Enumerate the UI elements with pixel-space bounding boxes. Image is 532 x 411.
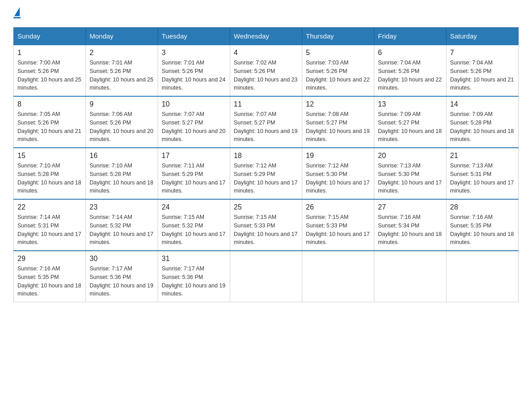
calendar-cell: 9Sunrise: 7:06 AMSunset: 5:26 PMDaylight…	[86, 96, 158, 148]
day-number: 28	[450, 203, 515, 211]
day-info: Sunrise: 7:14 AMSunset: 5:31 PMDaylight:…	[17, 213, 82, 247]
day-info: Sunrise: 7:01 AMSunset: 5:26 PMDaylight:…	[162, 59, 226, 92]
day-number: 17	[162, 152, 226, 160]
day-number: 13	[378, 100, 442, 108]
header-saturday: Saturday	[446, 28, 519, 45]
calendar-cell: 18Sunrise: 7:12 AMSunset: 5:29 PMDayligh…	[230, 148, 302, 199]
day-number: 23	[90, 203, 154, 211]
logo-underline	[13, 17, 21, 18]
day-info: Sunrise: 7:16 AMSunset: 5:35 PMDaylight:…	[17, 265, 82, 298]
day-number: 14	[450, 100, 515, 108]
day-number: 24	[162, 203, 226, 211]
day-number: 11	[234, 100, 298, 108]
day-info: Sunrise: 7:17 AMSunset: 5:36 PMDaylight:…	[90, 265, 154, 298]
day-number: 31	[162, 255, 226, 263]
day-number: 16	[90, 152, 154, 160]
calendar-cell: 11Sunrise: 7:07 AMSunset: 5:27 PMDayligh…	[230, 96, 302, 148]
calendar-cell	[230, 251, 302, 302]
week-row-1: 1Sunrise: 7:00 AMSunset: 5:26 PMDaylight…	[14, 45, 519, 96]
day-number: 7	[450, 49, 515, 57]
calendar-cell: 26Sunrise: 7:15 AMSunset: 5:33 PMDayligh…	[302, 199, 374, 251]
day-number: 8	[17, 100, 82, 108]
day-info: Sunrise: 7:07 AMSunset: 5:27 PMDaylight:…	[234, 110, 298, 144]
calendar-cell: 28Sunrise: 7:16 AMSunset: 5:35 PMDayligh…	[446, 199, 519, 251]
calendar-cell: 2Sunrise: 7:01 AMSunset: 5:26 PMDaylight…	[86, 45, 158, 96]
calendar-cell: 29Sunrise: 7:16 AMSunset: 5:35 PMDayligh…	[14, 251, 86, 302]
calendar-cell: 4Sunrise: 7:02 AMSunset: 5:26 PMDaylight…	[230, 45, 302, 96]
day-info: Sunrise: 7:12 AMSunset: 5:30 PMDaylight:…	[306, 162, 370, 195]
day-info: Sunrise: 7:16 AMSunset: 5:35 PMDaylight:…	[450, 213, 515, 247]
week-row-5: 29Sunrise: 7:16 AMSunset: 5:35 PMDayligh…	[14, 251, 519, 302]
week-row-2: 8Sunrise: 7:05 AMSunset: 5:26 PMDaylight…	[14, 96, 519, 148]
day-info: Sunrise: 7:04 AMSunset: 5:26 PMDaylight:…	[450, 59, 515, 92]
day-info: Sunrise: 7:15 AMSunset: 5:32 PMDaylight:…	[162, 213, 226, 247]
day-info: Sunrise: 7:17 AMSunset: 5:36 PMDaylight:…	[162, 265, 226, 298]
calendar-cell: 5Sunrise: 7:03 AMSunset: 5:26 PMDaylight…	[302, 45, 374, 96]
day-info: Sunrise: 7:00 AMSunset: 5:26 PMDaylight:…	[17, 59, 82, 92]
calendar-cell: 22Sunrise: 7:14 AMSunset: 5:31 PMDayligh…	[14, 199, 86, 251]
day-number: 3	[162, 49, 226, 57]
calendar-cell: 21Sunrise: 7:13 AMSunset: 5:31 PMDayligh…	[446, 148, 519, 199]
day-number: 12	[306, 100, 370, 108]
day-info: Sunrise: 7:05 AMSunset: 5:26 PMDaylight:…	[17, 110, 82, 144]
day-info: Sunrise: 7:13 AMSunset: 5:30 PMDaylight:…	[378, 162, 442, 195]
day-number: 22	[17, 203, 82, 211]
day-info: Sunrise: 7:15 AMSunset: 5:33 PMDaylight:…	[234, 213, 298, 247]
calendar-cell: 12Sunrise: 7:08 AMSunset: 5:27 PMDayligh…	[302, 96, 374, 148]
calendar-cell: 6Sunrise: 7:04 AMSunset: 5:26 PMDaylight…	[374, 45, 446, 96]
day-number: 26	[306, 203, 370, 211]
day-number: 2	[90, 49, 154, 57]
weekday-header-row: SundayMondayTuesdayWednesdayThursdayFrid…	[14, 28, 519, 45]
day-info: Sunrise: 7:04 AMSunset: 5:26 PMDaylight:…	[378, 59, 442, 92]
calendar-cell	[374, 251, 446, 302]
calendar-cell: 17Sunrise: 7:11 AMSunset: 5:29 PMDayligh…	[158, 148, 230, 199]
header-friday: Friday	[374, 28, 446, 45]
calendar-cell: 20Sunrise: 7:13 AMSunset: 5:30 PMDayligh…	[374, 148, 446, 199]
calendar-cell: 10Sunrise: 7:07 AMSunset: 5:27 PMDayligh…	[158, 96, 230, 148]
calendar-cell: 27Sunrise: 7:16 AMSunset: 5:34 PMDayligh…	[374, 199, 446, 251]
calendar-cell: 3Sunrise: 7:01 AMSunset: 5:26 PMDaylight…	[158, 45, 230, 96]
day-number: 10	[162, 100, 226, 108]
day-number: 29	[17, 255, 82, 263]
calendar-table: SundayMondayTuesdayWednesdayThursdayFrid…	[13, 27, 519, 302]
day-number: 25	[234, 203, 298, 211]
day-number: 5	[306, 49, 370, 57]
day-number: 15	[17, 152, 82, 160]
day-info: Sunrise: 7:12 AMSunset: 5:29 PMDaylight:…	[234, 162, 298, 195]
week-row-4: 22Sunrise: 7:14 AMSunset: 5:31 PMDayligh…	[14, 199, 519, 251]
day-number: 30	[90, 255, 154, 263]
day-number: 19	[306, 152, 370, 160]
calendar-cell: 15Sunrise: 7:10 AMSunset: 5:28 PMDayligh…	[14, 148, 86, 199]
day-info: Sunrise: 7:01 AMSunset: 5:26 PMDaylight:…	[90, 59, 154, 92]
calendar-cell: 14Sunrise: 7:09 AMSunset: 5:28 PMDayligh…	[446, 96, 519, 148]
day-info: Sunrise: 7:08 AMSunset: 5:27 PMDaylight:…	[306, 110, 370, 144]
day-number: 27	[378, 203, 442, 211]
header-sunday: Sunday	[14, 28, 86, 45]
day-info: Sunrise: 7:09 AMSunset: 5:28 PMDaylight:…	[450, 110, 515, 144]
day-info: Sunrise: 7:02 AMSunset: 5:26 PMDaylight:…	[234, 59, 298, 92]
calendar-cell: 25Sunrise: 7:15 AMSunset: 5:33 PMDayligh…	[230, 199, 302, 251]
day-number: 20	[378, 152, 442, 160]
day-info: Sunrise: 7:16 AMSunset: 5:34 PMDaylight:…	[378, 213, 442, 247]
day-number: 4	[234, 49, 298, 57]
day-info: Sunrise: 7:10 AMSunset: 5:28 PMDaylight:…	[90, 162, 154, 195]
day-info: Sunrise: 7:14 AMSunset: 5:32 PMDaylight:…	[90, 213, 154, 247]
day-number: 9	[90, 100, 154, 108]
calendar-cell: 7Sunrise: 7:04 AMSunset: 5:26 PMDaylight…	[446, 45, 519, 96]
calendar-cell	[446, 251, 519, 302]
calendar-cell: 19Sunrise: 7:12 AMSunset: 5:30 PMDayligh…	[302, 148, 374, 199]
calendar-cell: 13Sunrise: 7:09 AMSunset: 5:27 PMDayligh…	[374, 96, 446, 148]
day-info: Sunrise: 7:10 AMSunset: 5:28 PMDaylight:…	[17, 162, 82, 195]
day-info: Sunrise: 7:09 AMSunset: 5:27 PMDaylight:…	[378, 110, 442, 144]
logo-triangle-icon	[14, 7, 20, 16]
header-tuesday: Tuesday	[158, 28, 230, 45]
calendar-cell: 8Sunrise: 7:05 AMSunset: 5:26 PMDaylight…	[14, 96, 86, 148]
calendar-cell: 30Sunrise: 7:17 AMSunset: 5:36 PMDayligh…	[86, 251, 158, 302]
day-number: 18	[234, 152, 298, 160]
day-info: Sunrise: 7:11 AMSunset: 5:29 PMDaylight:…	[162, 162, 226, 195]
day-info: Sunrise: 7:15 AMSunset: 5:33 PMDaylight:…	[306, 213, 370, 247]
calendar-cell: 24Sunrise: 7:15 AMSunset: 5:32 PMDayligh…	[158, 199, 230, 251]
day-number: 21	[450, 152, 515, 160]
page-header	[13, 9, 519, 18]
header-wednesday: Wednesday	[230, 28, 302, 45]
